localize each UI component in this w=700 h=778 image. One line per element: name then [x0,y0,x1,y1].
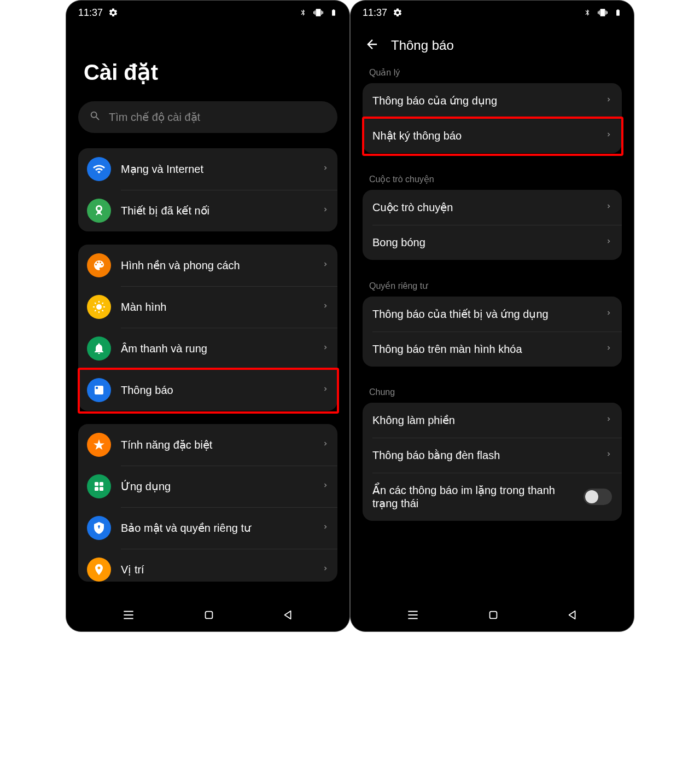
chevron-right-icon [605,236,612,249]
navigation-bar [66,599,349,631]
apps-icon [87,474,111,498]
chevron-right-icon [322,259,329,272]
row-label: Không làm phiền [372,414,598,427]
gear-icon [393,8,402,18]
svg-rect-5 [95,487,98,491]
battery-icon [330,7,337,19]
notification-icon [87,378,111,402]
star-icon [87,433,111,457]
chevron-right-icon [605,201,612,214]
status-time: 11:37 [363,7,387,19]
svg-point-0 [96,304,102,310]
chevron-right-icon [322,438,329,451]
row-label: Âm thanh và rung [121,342,312,355]
shield-icon [87,516,111,540]
settings-group: Hình nền và phong cáchMàn hìnhÂm thanh v… [78,245,337,411]
svg-rect-6 [100,487,103,491]
status-bar: 11:37 [351,1,634,25]
row-label: Nhật ký thông báo [372,129,598,142]
section-label: Quản lý [363,60,622,83]
brightness-icon [87,295,111,319]
row-label: Ẩn các thông báo im lặng trong thanh trạ… [372,484,576,510]
section-label: Chung [363,380,622,403]
svg-rect-10 [206,612,213,619]
battery-icon [614,7,622,19]
bluetooth-icon [299,7,307,18]
row-label: Ứng dụng [121,480,312,493]
bell-icon [87,336,111,361]
chevron-right-icon [605,307,612,321]
settings-row-flash[interactable]: Thông báo bằng đèn flash [363,438,622,473]
settings-row-bubbles[interactable]: Bong bóng [363,225,622,260]
home-button[interactable] [482,603,505,626]
settings-row-app-notif[interactable]: Thông báo của ứng dụng [363,83,622,118]
chevron-right-icon [605,414,612,427]
settings-row-lockscreen-notif[interactable]: Thông báo trên màn hình khóa [363,332,622,367]
settings-row-dnd[interactable]: Không làm phiền [363,403,622,438]
palette-icon [87,253,111,277]
chevron-right-icon [605,342,612,356]
settings-row-special[interactable]: Tính năng đặc biệt [78,424,337,466]
toggle-switch[interactable] [584,489,612,505]
chevron-right-icon [322,563,329,576]
home-button[interactable] [197,603,220,626]
settings-row-notif-log[interactable]: Nhật ký thông báo [363,118,622,153]
search-input[interactable]: Tìm chế độ cài đặt [78,101,337,133]
notifications-screen: 11:37 Th [350,0,634,632]
svg-rect-14 [490,612,497,619]
svg-rect-2 [96,387,98,389]
row-label: Bong bóng [372,236,598,249]
wifi-icon [87,157,111,181]
settings-screen: 11:37 Cài đặt [66,0,350,632]
chevron-right-icon [322,521,329,535]
back-button[interactable] [277,603,300,626]
gear-icon [108,8,118,18]
search-icon [89,110,101,125]
row-label: Màn hình [121,301,312,313]
settings-row-privacy[interactable]: Bảo mật và quyền riêng tư [78,507,337,549]
settings-group: Thông báo của thiết bị và ứng dụngThông … [363,297,622,367]
chevron-right-icon [322,162,329,176]
row-label: Thông báo trên màn hình khóa [372,343,598,356]
devices-icon [87,199,111,223]
settings-row-convo[interactable]: Cuộc trò chuyện [363,190,622,225]
settings-group: Không làm phiềnThông báo bằng đèn flashẨ… [363,403,622,521]
settings-row-hide-silent[interactable]: Ẩn các thông báo im lặng trong thanh trạ… [363,473,622,521]
status-bar: 11:37 [66,1,349,25]
settings-row-location[interactable]: Vị trí [78,549,337,582]
settings-row-display[interactable]: Màn hình [78,286,337,328]
recents-button[interactable] [400,602,425,628]
recents-button[interactable] [116,602,141,628]
chevron-right-icon [322,204,329,217]
settings-row-sound[interactable]: Âm thanh và rung [78,328,337,369]
settings-group: Cuộc trò chuyệnBong bóng [363,190,622,260]
back-button[interactable] [561,603,584,626]
row-label: Thông báo [121,384,312,397]
row-label: Thông báo bằng đèn flash [372,449,598,462]
settings-row-wallpaper[interactable]: Hình nền và phong cách [78,245,337,286]
settings-group: Tính năng đặc biệtỨng dụngBảo mật và quy… [78,424,337,582]
section-label: Quyền riêng tư [363,273,622,297]
row-label: Thông báo của ứng dụng [372,94,598,107]
chevron-right-icon [605,94,612,107]
row-label: Cuộc trò chuyện [372,201,598,214]
bluetooth-icon [584,7,591,18]
row-label: Mạng và Internet [121,162,312,176]
row-label: Thông báo của thiết bị và ứng dụng [372,307,598,321]
status-time: 11:37 [78,7,103,19]
settings-row-device-app-notif[interactable]: Thông báo của thiết bị và ứng dụng [363,297,622,332]
settings-row-connected[interactable]: Thiết bị đã kết nối [78,190,337,231]
row-label: Vị trí [121,563,312,576]
settings-row-network[interactable]: Mạng và Internet [78,148,337,190]
section-label: Cuộc trò chuyện [363,166,622,190]
svg-rect-3 [95,482,98,486]
navigation-bar [351,599,634,631]
vibrate-icon [597,8,609,18]
location-icon [87,558,111,582]
settings-row-notifications[interactable]: Thông báo [78,369,337,411]
chevron-right-icon [605,129,612,142]
settings-row-apps[interactable]: Ứng dụng [78,466,337,507]
back-arrow-icon[interactable] [365,37,380,54]
search-placeholder: Tìm chế độ cài đặt [109,111,200,124]
chevron-right-icon [322,342,329,355]
